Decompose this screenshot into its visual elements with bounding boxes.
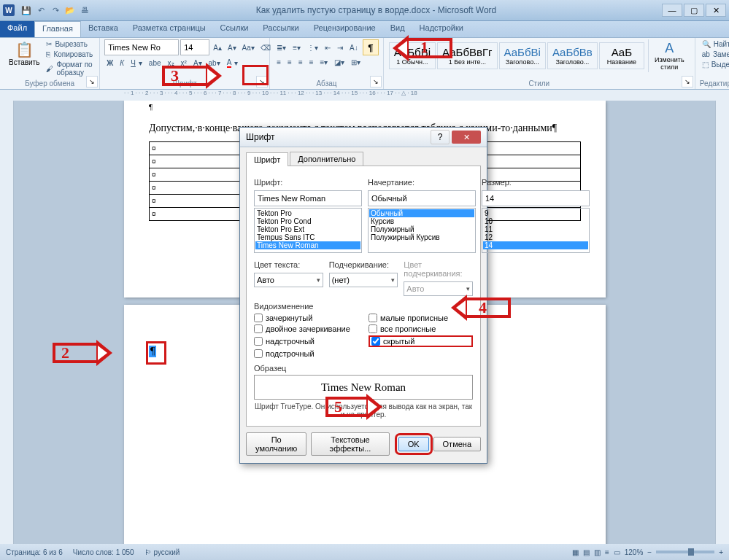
borders-button[interactable]: ⊞▾ bbox=[349, 58, 363, 67]
underline-button[interactable]: Ч▾ bbox=[128, 58, 144, 69]
vertical-ruler[interactable] bbox=[0, 101, 14, 544]
highlight-button[interactable]: ab▾ bbox=[207, 58, 223, 69]
tab-mailings[interactable]: Рассылки bbox=[255, 21, 306, 37]
view-outline-button[interactable]: ≡ bbox=[605, 548, 609, 556]
zoom-in-button[interactable]: + bbox=[719, 548, 723, 556]
tab-file[interactable]: Файл bbox=[0, 21, 34, 37]
selected-pilcrow[interactable]: ¶ bbox=[149, 346, 156, 357]
line-spacing-button[interactable]: ≡▾ bbox=[318, 58, 331, 67]
view-read-button[interactable]: ▤ bbox=[583, 548, 590, 556]
chk-hidden[interactable]: скрытый bbox=[369, 335, 473, 347]
chk-smallcaps[interactable]: малые прописные bbox=[369, 314, 473, 322]
chk-strike[interactable]: зачеркнутый bbox=[254, 314, 358, 322]
list-item[interactable]: 10 bbox=[483, 217, 588, 225]
sort-button[interactable]: A↓ bbox=[347, 39, 360, 55]
list-item[interactable]: 9 bbox=[483, 209, 588, 217]
tab-references[interactable]: Ссылки bbox=[213, 21, 256, 37]
close-button[interactable]: ✕ bbox=[706, 4, 726, 17]
bullets-button[interactable]: ≣▾ bbox=[274, 39, 288, 55]
list-item[interactable]: Tekton Pro bbox=[255, 209, 360, 217]
print-icon[interactable]: 🖶 bbox=[79, 4, 90, 16]
select-button[interactable]: ⬚Выделить bbox=[700, 60, 729, 69]
clipboard-launcher[interactable]: ↘ bbox=[86, 76, 98, 88]
indent-inc-button[interactable]: ⇥ bbox=[335, 39, 345, 55]
cancel-button[interactable]: Отмена bbox=[433, 437, 481, 451]
dialog-help-button[interactable]: ? bbox=[431, 130, 450, 144]
tab-review[interactable]: Рецензирование bbox=[306, 21, 383, 37]
strike-button[interactable]: abe bbox=[147, 58, 163, 69]
replace-button[interactable]: abЗаменить bbox=[700, 50, 729, 59]
style-input[interactable] bbox=[368, 190, 476, 206]
list-item[interactable]: 11 bbox=[483, 225, 588, 233]
save-icon[interactable]: 💾 bbox=[20, 4, 32, 16]
style-title[interactable]: АаБНазвание bbox=[599, 42, 644, 69]
list-item[interactable]: Tekton Pro Cond bbox=[255, 217, 360, 225]
show-paragraph-button[interactable]: ¶ bbox=[363, 39, 379, 55]
justify-button[interactable]: ≡ bbox=[307, 58, 316, 67]
numbering-button[interactable]: ≡▾ bbox=[290, 39, 303, 55]
chk-allcaps[interactable]: все прописные bbox=[369, 324, 473, 333]
copy-button[interactable]: ⎘Копировать bbox=[44, 50, 95, 59]
status-lang[interactable]: 🏳 русский bbox=[144, 548, 180, 556]
default-button[interactable]: По умолчанию bbox=[246, 432, 306, 456]
list-item[interactable]: Tempus Sans ITC bbox=[255, 233, 360, 241]
list-item[interactable]: Tekton Pro Ext bbox=[255, 225, 360, 233]
list-item[interactable]: Полужирный Курсив bbox=[369, 233, 474, 241]
font-listbox[interactable]: Tekton Pro Tekton Pro Cond Tekton Pro Ex… bbox=[254, 208, 362, 253]
minimize-button[interactable]: — bbox=[662, 4, 682, 17]
vertical-scrollbar[interactable] bbox=[715, 101, 729, 544]
bold-button[interactable]: Ж bbox=[104, 58, 115, 69]
cut-button[interactable]: ✂Вырезать bbox=[44, 39, 95, 49]
status-words[interactable]: Число слов: 1 050 bbox=[73, 548, 134, 556]
paste-button[interactable]: 📋 Вставить bbox=[4, 39, 44, 77]
align-center-button[interactable]: ≡ bbox=[285, 58, 294, 67]
text-effects-button[interactable]: A▾ bbox=[191, 58, 204, 69]
font-input[interactable] bbox=[254, 190, 362, 206]
font-color-button[interactable]: A▾ bbox=[225, 58, 241, 69]
subscript-button[interactable]: x₂ bbox=[166, 58, 177, 69]
format-painter-button[interactable]: 🖌Формат по образцу bbox=[44, 60, 95, 77]
multilevel-button[interactable]: ⋮▾ bbox=[305, 39, 320, 55]
zoom-slider[interactable] bbox=[656, 551, 714, 553]
tab-insert[interactable]: Вставка bbox=[81, 21, 126, 37]
indent-dec-button[interactable]: ⇤ bbox=[323, 39, 333, 55]
change-styles-button[interactable]: A Изменить стили bbox=[648, 39, 690, 72]
list-item[interactable]: 14 bbox=[483, 241, 588, 249]
font-family-combo[interactable] bbox=[104, 39, 179, 55]
tab-layout[interactable]: Разметка страницы bbox=[126, 21, 213, 37]
dialog-tab-font[interactable]: Шрифт bbox=[246, 152, 288, 166]
find-button[interactable]: 🔍Найти bbox=[700, 39, 729, 49]
size-input[interactable] bbox=[482, 190, 590, 206]
text-effects-button[interactable]: Текстовые эффекты... bbox=[311, 432, 389, 456]
styles-launcher[interactable]: ↘ bbox=[682, 76, 693, 88]
chk-super[interactable]: надстрочный bbox=[254, 335, 358, 347]
align-right-button[interactable]: ≡ bbox=[296, 58, 305, 67]
list-item[interactable]: Обычный bbox=[369, 209, 474, 217]
shading-button[interactable]: ◪▾ bbox=[332, 58, 347, 67]
style-h1[interactable]: АаБбВіЗаголово... bbox=[499, 42, 546, 69]
open-icon[interactable]: 📂 bbox=[64, 4, 76, 16]
tab-addins[interactable]: Надстройки bbox=[412, 21, 471, 37]
style-listbox[interactable]: Обычный Курсив Полужирный Полужирный Кур… bbox=[368, 208, 476, 253]
color-combo[interactable]: Авто bbox=[254, 273, 323, 287]
underline-combo[interactable]: (нет) bbox=[329, 273, 398, 287]
style-h2[interactable]: АаБбВвЗаголово... bbox=[547, 42, 598, 69]
maximize-button[interactable]: ▢ bbox=[684, 4, 704, 17]
zoom-out-button[interactable]: − bbox=[647, 548, 652, 556]
list-item[interactable]: Полужирный bbox=[369, 225, 474, 233]
align-left-button[interactable]: ≡ bbox=[274, 58, 283, 67]
status-zoom[interactable]: 120% bbox=[625, 548, 644, 556]
chk-dstrike[interactable]: двойное зачеркивание bbox=[254, 324, 358, 333]
style-normal[interactable]: АаБбВі1 Обычн... bbox=[389, 42, 436, 69]
redo-icon[interactable]: ↷ bbox=[50, 4, 61, 16]
dialog-tab-advanced[interactable]: Дополнительно bbox=[290, 152, 363, 166]
change-case-button[interactable]: Aa▾ bbox=[240, 39, 257, 55]
font-size-combo[interactable] bbox=[180, 39, 209, 55]
tab-home[interactable]: Главная bbox=[34, 21, 81, 37]
status-page[interactable]: Страница: 6 из 6 bbox=[6, 548, 63, 556]
list-item[interactable]: Курсив bbox=[369, 217, 474, 225]
list-item[interactable]: 12 bbox=[483, 233, 588, 241]
superscript-button[interactable]: x² bbox=[179, 58, 189, 69]
view-print-button[interactable]: ▦ bbox=[572, 548, 579, 556]
view-web-button[interactable]: ▥ bbox=[594, 548, 601, 556]
